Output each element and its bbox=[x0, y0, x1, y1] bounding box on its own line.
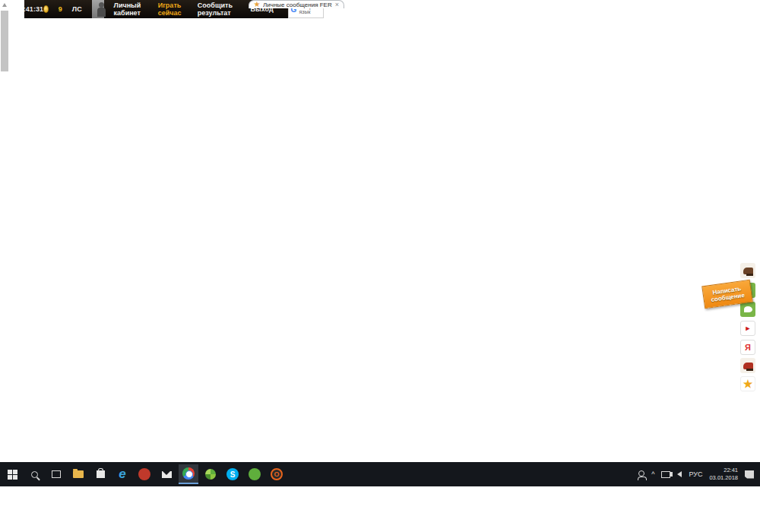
green-app-icon[interactable] bbox=[245, 464, 264, 484]
tray-chevron-up-icon[interactable]: ^ bbox=[651, 470, 654, 478]
4stars-favicon: ★ bbox=[253, 1, 261, 8]
user-avatar[interactable] bbox=[92, 0, 104, 18]
red-app-icon[interactable] bbox=[135, 464, 154, 484]
youtube-icon[interactable]: ► bbox=[740, 321, 755, 336]
language-indicator[interactable]: РУС bbox=[689, 470, 702, 478]
skype-icon[interactable]: S bbox=[223, 464, 242, 484]
desktop-screenshot: ★ Чемпионат Первой ли × f FIFA 18: Ultim… bbox=[0, 0, 760, 532]
windows-taskbar: e S O ^ РУС 22:41 03.01.2018 bbox=[0, 462, 760, 486]
twitter-icon[interactable] bbox=[740, 302, 755, 317]
nav-pm-link[interactable]: ЛС bbox=[72, 5, 82, 13]
task-view-icon[interactable] bbox=[46, 464, 66, 484]
tab-title: Личные сообщения FER bbox=[263, 2, 332, 8]
boot-red-icon[interactable] bbox=[740, 358, 755, 373]
4stars-star-icon[interactable]: ★ bbox=[740, 376, 755, 391]
people-tray-icon[interactable] bbox=[638, 470, 644, 477]
coin-count: 9 bbox=[59, 5, 62, 13]
scrollbar-thumb[interactable] bbox=[1, 11, 8, 71]
yandex-icon[interactable]: Я bbox=[740, 340, 755, 355]
search-icon[interactable] bbox=[24, 464, 44, 484]
file-explorer-icon[interactable] bbox=[68, 464, 88, 484]
boot-icon[interactable] bbox=[740, 263, 755, 278]
action-center-icon[interactable] bbox=[745, 470, 754, 479]
tray-time: 22:41 bbox=[724, 467, 738, 473]
network-icon[interactable] bbox=[661, 471, 670, 478]
coin-icon bbox=[43, 5, 49, 13]
green-pinwheel-app-icon[interactable] bbox=[201, 464, 220, 484]
tab-close-icon[interactable]: × bbox=[334, 1, 340, 8]
scroll-up-icon[interactable] bbox=[2, 3, 7, 7]
windows-store-icon[interactable] bbox=[90, 464, 110, 484]
tab-messages-active[interactable]: ★ Личные сообщения FER × bbox=[249, 0, 344, 8]
chrome-icon-active[interactable] bbox=[179, 464, 198, 484]
volume-icon[interactable] bbox=[677, 471, 682, 477]
tray-clock[interactable]: 22:41 03.01.2018 bbox=[709, 467, 738, 482]
edge-icon[interactable]: e bbox=[112, 464, 132, 484]
mail-icon[interactable] bbox=[157, 464, 176, 484]
start-button[interactable] bbox=[2, 464, 22, 484]
tray-date: 03.01.2018 bbox=[709, 474, 738, 481]
nav-play-link[interactable]: Играть сейчас bbox=[158, 2, 188, 17]
orange-app-icon[interactable]: O bbox=[267, 464, 287, 484]
nav-report-link[interactable]: Сообщить результат bbox=[198, 2, 241, 17]
nav-cabinet-link[interactable]: Личный кабинет bbox=[114, 2, 148, 17]
